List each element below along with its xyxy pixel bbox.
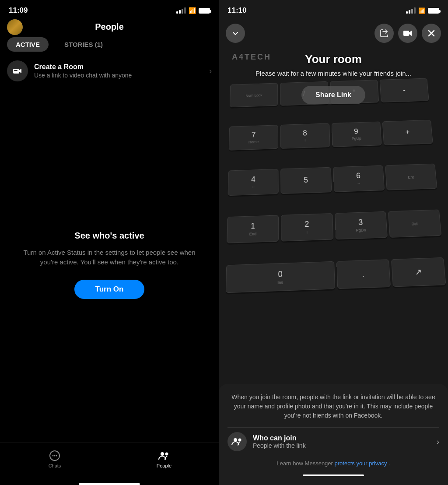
- key-plus: +: [382, 120, 433, 145]
- battery-icon-right: [428, 8, 439, 14]
- status-icons-left: 📶: [176, 7, 210, 14]
- your-room-title: Your room: [228, 53, 439, 66]
- battery-icon-left: [199, 8, 210, 14]
- create-room-item[interactable]: Create a Room Use a link to video chat w…: [0, 55, 219, 87]
- right-panel: A4TECH Num Lock / * - 7Home 8↑ 9PgUp + 4…: [219, 0, 448, 485]
- avatar-left[interactable]: [7, 19, 23, 35]
- svg-point-5: [56, 455, 57, 457]
- key-6: 6→: [333, 165, 385, 192]
- flip-camera-button[interactable]: [374, 24, 394, 43]
- key-1: 1End: [227, 215, 279, 243]
- video-camera-icon: [12, 66, 23, 76]
- time-left: 11:09: [9, 6, 28, 15]
- svg-point-6: [161, 452, 164, 456]
- key-del: Del: [388, 209, 441, 237]
- close-icon: [428, 30, 435, 37]
- svg-point-9: [234, 438, 237, 442]
- status-icons-right: 📶: [406, 7, 439, 14]
- nav-people-label: People: [157, 463, 172, 468]
- left-panel: 11:09 📶 People ACTIVE STORIES (1): [0, 0, 219, 485]
- key-4: 4←: [228, 169, 279, 195]
- video-button[interactable]: [398, 24, 417, 43]
- svg-rect-1: [14, 70, 18, 71]
- people-icon: [158, 450, 170, 461]
- tabs-left: ACTIVE STORIES (1): [0, 37, 219, 52]
- signal-bars-right: [406, 7, 416, 14]
- your-room-subtitle: Please wait for a few minutes while your…: [228, 70, 439, 77]
- svg-rect-8: [403, 31, 409, 36]
- tab-active[interactable]: ACTIVE: [7, 37, 49, 52]
- nav-chats[interactable]: Chats: [0, 446, 109, 472]
- learn-more-row: Learn how Messenger protects your privac…: [228, 456, 439, 468]
- svg-point-10: [238, 439, 242, 442]
- key-2: 2↓: [281, 213, 333, 241]
- status-bar-right: 11:10 📶: [219, 0, 448, 18]
- signal-bars-left: [176, 7, 186, 14]
- who-can-join-row[interactable]: Who can join People with the link ›: [228, 427, 439, 456]
- header-left: People: [0, 18, 219, 37]
- who-can-join-subtitle: People with the link: [253, 442, 306, 449]
- see-whos-active-desc: Turn on Active Status in the settings to…: [18, 248, 201, 267]
- learn-more-text: Learn how Messenger: [276, 460, 334, 467]
- key-dot: .: [336, 260, 391, 289]
- key-9: 9PgUp: [331, 121, 382, 147]
- share-link-button[interactable]: Share Link: [301, 86, 365, 104]
- create-room-title: Create a Room: [34, 63, 132, 71]
- key-arrow: ↗: [391, 257, 446, 287]
- home-indicator-left: [79, 483, 140, 485]
- learn-more-suffix: .: [387, 460, 390, 467]
- header-right: [219, 24, 448, 43]
- privacy-notice: When you join the room, people with the …: [228, 393, 439, 420]
- who-can-join-icon: [228, 432, 247, 451]
- active-section: See who's active Turn on Active Status i…: [0, 87, 219, 443]
- who-can-join-chevron: ›: [437, 437, 439, 446]
- page-title-left: People: [95, 22, 124, 32]
- create-room-icon: [7, 60, 28, 81]
- who-can-join-title: Who can join: [253, 434, 306, 442]
- time-right: 11:10: [228, 6, 246, 15]
- your-room-section: Your room Please wait for a few minutes …: [219, 53, 448, 104]
- svg-rect-0: [13, 69, 19, 74]
- home-indicator-right: [303, 474, 364, 476]
- wifi-icon-right: 📶: [418, 7, 425, 14]
- key-8: 8↑: [280, 123, 330, 148]
- close-button[interactable]: [422, 24, 441, 43]
- bottom-card-right: When you join the room, people with the …: [219, 384, 448, 485]
- nav-chats-label: Chats: [49, 463, 61, 468]
- see-whos-active-title: See who's active: [74, 231, 144, 241]
- bottom-nav-left: Chats People: [0, 443, 219, 481]
- video-icon: [403, 29, 413, 37]
- wifi-icon-left: 📶: [189, 7, 196, 14]
- group-people-icon: [231, 436, 243, 447]
- tab-stories[interactable]: STORIES (1): [56, 37, 112, 52]
- svg-point-3: [52, 455, 54, 457]
- chevron-down-icon: [231, 29, 239, 37]
- key-3: 3PgDn: [335, 211, 388, 239]
- flip-camera-icon: [379, 28, 389, 38]
- svg-point-7: [165, 453, 168, 456]
- create-room-subtitle: Use a link to video chat with anyone: [34, 72, 132, 79]
- down-chevron-button[interactable]: [226, 24, 245, 43]
- create-room-chevron: ›: [209, 67, 212, 76]
- key-7: 7Home: [229, 125, 278, 150]
- nav-people[interactable]: People: [109, 446, 219, 472]
- status-bar-left: 11:09 📶: [0, 0, 219, 18]
- key-enter: Ent: [385, 163, 437, 190]
- key-5: 5: [280, 167, 331, 193]
- turn-on-button[interactable]: Turn On: [74, 280, 145, 299]
- key-0: 0Ins: [226, 261, 335, 293]
- chats-icon: [49, 450, 60, 461]
- protects-privacy-link[interactable]: protects your privacy: [335, 460, 387, 467]
- svg-point-4: [54, 455, 56, 457]
